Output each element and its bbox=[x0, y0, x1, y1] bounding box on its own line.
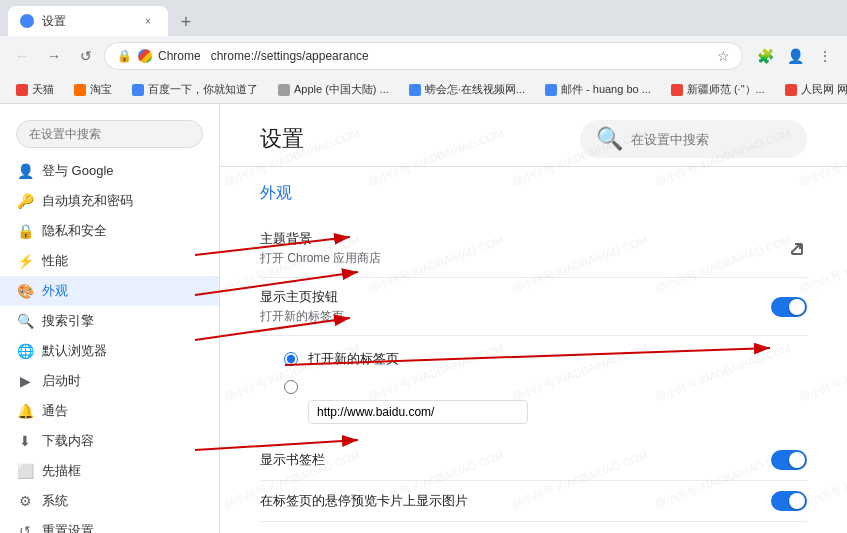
sidebar-item-default-browser[interactable]: 🌐 默认浏览器 bbox=[0, 336, 219, 366]
search-engine-icon: 🔍 bbox=[16, 312, 34, 330]
extensions-button[interactable]: 🧩 bbox=[751, 42, 779, 70]
bookmarks-bar-toggle[interactable] bbox=[771, 450, 807, 470]
sidebar-search-container bbox=[0, 112, 219, 156]
bookmark-video[interactable]: 螃会怎·在线视频网... bbox=[401, 79, 533, 101]
hover-images-toggle[interactable] bbox=[771, 491, 807, 511]
bookmark-taobao[interactable]: 淘宝 bbox=[66, 79, 120, 101]
multiwindow-icon: ⬜ bbox=[16, 462, 34, 480]
lock-icon: 🔒 bbox=[117, 49, 132, 63]
settings-search-box[interactable]: 🔍 bbox=[580, 120, 807, 158]
home-button-label-sub: 打开新的标签页 bbox=[260, 308, 771, 325]
hover-images-label: 在标签页的悬停预览卡片上显示图片 bbox=[260, 492, 771, 510]
profile-button[interactable]: 👤 bbox=[781, 42, 809, 70]
system-icon: ⚙ bbox=[16, 492, 34, 510]
tab-close-button[interactable]: × bbox=[140, 13, 156, 29]
autofill-icon: 🔑 bbox=[16, 192, 34, 210]
sidebar-item-performance[interactable]: ⚡ 性能 bbox=[0, 246, 219, 276]
refresh-button[interactable]: ↺ bbox=[72, 42, 100, 70]
page-title: 设置 bbox=[260, 124, 304, 154]
back-button[interactable]: ← bbox=[8, 42, 36, 70]
search-icon: 🔍 bbox=[596, 126, 623, 152]
radio-custom-input[interactable] bbox=[284, 380, 298, 394]
home-button-row: 显示主页按钮 打开新的标签页 bbox=[260, 278, 807, 336]
tab-title: 设置 bbox=[42, 13, 132, 30]
url-input-container bbox=[308, 400, 807, 424]
section-title: 外观 bbox=[260, 183, 807, 204]
content-area: 👤 登与 Google 🔑 自动填充和密码 🔒 隐私和安全 ⚡ 性能 🎨 外观 … bbox=[0, 104, 847, 533]
home-button-toggle[interactable] bbox=[771, 297, 807, 317]
settings-page: @小白号 XIAOBAIHAO.COM @小白号 XIAOBAIHAO.COM … bbox=[220, 104, 847, 533]
privacy-icon: 🔒 bbox=[16, 222, 34, 240]
forward-button[interactable]: → bbox=[40, 42, 68, 70]
sidebar-item-downloads[interactable]: ⬇ 下载内容 bbox=[0, 426, 219, 456]
nav-bar: ← → ↺ 🔒 Chrome chrome://settings/appeara… bbox=[0, 36, 847, 76]
active-tab[interactable]: 设置 × bbox=[8, 6, 168, 36]
address-bar[interactable]: 🔒 Chrome chrome://settings/appearance ☆ bbox=[104, 42, 743, 70]
bookmarks-bar-label: 显示书签栏 bbox=[260, 451, 771, 469]
bookmark-mail[interactable]: 邮件 - huang bo ... bbox=[537, 79, 659, 101]
bookmark-icon[interactable]: ☆ bbox=[717, 48, 730, 64]
bookmarks-bar-row: 显示书签栏 bbox=[260, 440, 807, 481]
startup-icon: ▶ bbox=[16, 372, 34, 390]
hover-images-row: 在标签页的悬停预览卡片上显示图片 bbox=[260, 481, 807, 522]
reset-icon: ↺ bbox=[16, 522, 34, 533]
theme-label-sub: 打开 Chrome 应用商店 bbox=[260, 250, 787, 267]
bookmark-favicon bbox=[16, 84, 28, 96]
sidebar-item-system[interactable]: ⚙ 系统 bbox=[0, 486, 219, 516]
sidebar-item-privacy[interactable]: 🔒 隐私和安全 bbox=[0, 216, 219, 246]
bookmark-tianmao[interactable]: 天猫 bbox=[8, 79, 62, 101]
notifications-icon: 🔔 bbox=[16, 402, 34, 420]
sidebar-item-notifications[interactable]: 🔔 通告 bbox=[0, 396, 219, 426]
settings-search-input[interactable] bbox=[631, 132, 791, 147]
bookmark-favicon bbox=[132, 84, 144, 96]
sidebar-item-reset[interactable]: ↺ 重置设置 bbox=[0, 516, 219, 533]
bookmark-favicon bbox=[671, 84, 683, 96]
bookmark-renmin[interactable]: 人民网 网上的人民... bbox=[777, 79, 847, 101]
sidebar-item-google[interactable]: 👤 登与 Google bbox=[0, 156, 219, 186]
home-url-radio-group: 打开新的标签页 bbox=[260, 336, 807, 440]
theme-external-link[interactable] bbox=[787, 239, 807, 259]
theme-label: 主题背景 打开 Chrome 应用商店 bbox=[260, 230, 787, 267]
downloads-icon: ⬇ bbox=[16, 432, 34, 450]
browser-icon: 🌐 bbox=[16, 342, 34, 360]
sidebar-item-appearance[interactable]: 🎨 外观 bbox=[0, 276, 219, 306]
settings-header: 设置 🔍 bbox=[220, 104, 847, 167]
address-text: chrome://settings/appearance bbox=[211, 49, 711, 63]
bookmark-favicon bbox=[545, 84, 557, 96]
theme-label-main: 主题背景 bbox=[260, 230, 787, 248]
performance-icon: ⚡ bbox=[16, 252, 34, 270]
sidebar-item-search[interactable]: 🔍 搜索引擎 bbox=[0, 306, 219, 336]
bookmarks-bar: 天猫 淘宝 百度一下，你就知道了 Apple (中国大陆) ... 螃会怎·在线… bbox=[0, 76, 847, 104]
bookmark-xinjiang[interactable]: 新疆师范 (·"）... bbox=[663, 79, 773, 101]
tab-favicon bbox=[20, 14, 34, 28]
sidebar-search-input[interactable] bbox=[16, 120, 203, 148]
bookmark-favicon bbox=[278, 84, 290, 96]
hover-images-label-main: 在标签页的悬停预览卡片上显示图片 bbox=[260, 492, 771, 510]
bookmark-favicon bbox=[409, 84, 421, 96]
settings-content: 外观 主题背景 打开 Chrome 应用商店 bbox=[220, 167, 847, 533]
homepage-url-input[interactable] bbox=[308, 400, 528, 424]
bookmark-apple[interactable]: Apple (中国大陆) ... bbox=[270, 79, 397, 101]
chrome-label: Chrome bbox=[158, 49, 201, 63]
sidebar-item-startup[interactable]: ▶ 启动时 bbox=[0, 366, 219, 396]
home-button-label: 显示主页按钮 打开新的标签页 bbox=[260, 288, 771, 325]
radio-custom[interactable] bbox=[284, 374, 807, 400]
browser-frame: 设置 × + ← → ↺ 🔒 Chrome chrome://settings/… bbox=[0, 0, 847, 533]
radio-newtab-input[interactable] bbox=[284, 352, 298, 366]
radio-newtab[interactable]: 打开新的标签页 bbox=[284, 344, 807, 374]
menu-button[interactable]: ⋮ bbox=[811, 42, 839, 70]
sidebar-item-autofill[interactable]: 🔑 自动填充和密码 bbox=[0, 186, 219, 216]
chrome-logo bbox=[138, 49, 152, 63]
tab-bar: 设置 × + bbox=[0, 0, 847, 36]
bookmark-favicon bbox=[785, 84, 797, 96]
home-button-label-main: 显示主页按钮 bbox=[260, 288, 771, 306]
radio-newtab-label: 打开新的标签页 bbox=[308, 350, 399, 368]
bookmark-favicon bbox=[74, 84, 86, 96]
nav-extra-buttons: 🧩 👤 ⋮ bbox=[751, 42, 839, 70]
bookmarks-bar-label-main: 显示书签栏 bbox=[260, 451, 771, 469]
sidebar-item-multiwindow[interactable]: ⬜ 先描框 bbox=[0, 456, 219, 486]
sidebar: 👤 登与 Google 🔑 自动填充和密码 🔒 隐私和安全 ⚡ 性能 🎨 外观 … bbox=[0, 104, 220, 533]
bookmark-baidu[interactable]: 百度一下，你就知道了 bbox=[124, 79, 266, 101]
new-tab-button[interactable]: + bbox=[172, 8, 200, 36]
side-panel-row: 侧边栏 显示在右侧 显示在左侧 bbox=[260, 522, 807, 533]
